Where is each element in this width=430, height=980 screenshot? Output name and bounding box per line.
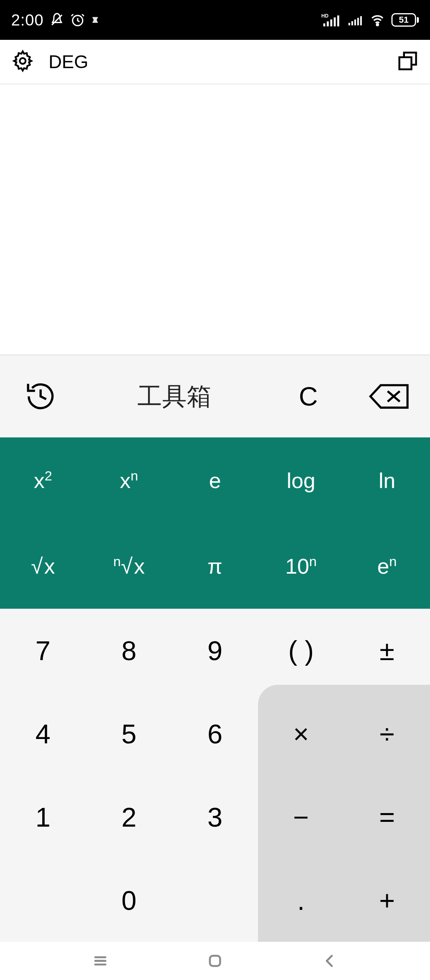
nav-recent-button[interactable] <box>86 947 115 975</box>
mute-icon <box>49 12 64 27</box>
key-x-squared[interactable]: x2 <box>0 437 86 523</box>
svg-point-13 <box>377 24 378 25</box>
key-nth-root[interactable]: n√ x <box>86 523 172 609</box>
key-x-power-n[interactable]: xn <box>86 437 172 523</box>
settings-button[interactable] <box>11 49 34 74</box>
backspace-button[interactable] <box>349 382 430 411</box>
backspace-icon <box>369 382 410 411</box>
key-blank-a <box>0 858 86 942</box>
key-plus[interactable]: + <box>344 858 430 942</box>
key-6[interactable]: 6 <box>172 692 258 775</box>
nav-home-button[interactable] <box>201 947 229 975</box>
key-9[interactable]: 9 <box>172 609 258 692</box>
svg-rect-7 <box>337 16 339 27</box>
svg-rect-22 <box>210 956 220 966</box>
angle-mode-label[interactable]: DEG <box>49 51 88 73</box>
alarm-icon <box>70 12 85 27</box>
svg-rect-3 <box>323 24 325 27</box>
status-time: 2:00 <box>11 11 44 29</box>
signal-hd-icon: HD <box>321 12 341 27</box>
menu-icon <box>92 952 109 970</box>
key-minus[interactable]: − <box>258 775 344 858</box>
svg-rect-8 <box>348 23 350 25</box>
calc-toolbar: 工具箱 C <box>0 355 430 437</box>
key-4[interactable]: 4 <box>0 692 86 775</box>
key-log[interactable]: log <box>258 437 344 523</box>
key-plus-minus[interactable]: ± <box>344 609 430 692</box>
key-blank-b <box>172 858 258 942</box>
app-indicator-icon <box>91 16 100 24</box>
status-bar: 2:00 HD <box>0 0 430 40</box>
chevron-left-icon <box>321 952 338 970</box>
toolbox-label: 工具箱 <box>137 380 211 413</box>
key-1[interactable]: 1 <box>0 775 86 858</box>
wifi-icon <box>369 13 386 27</box>
numeric-keypad: 7 8 9 ( ) ± 4 5 6 × ÷ 1 2 3 − = 0 . + <box>0 609 430 942</box>
key-multiply[interactable]: × <box>258 692 344 775</box>
key-3[interactable]: 3 <box>172 775 258 858</box>
key-decimal[interactable]: . <box>258 858 344 942</box>
key-8[interactable]: 8 <box>86 609 172 692</box>
copy-icon <box>397 50 419 72</box>
svg-rect-12 <box>360 16 362 25</box>
square-icon <box>206 952 224 970</box>
key-0[interactable]: 0 <box>86 858 172 942</box>
battery-icon: 51 <box>391 13 419 27</box>
history-icon <box>24 380 57 413</box>
key-7[interactable]: 7 <box>0 609 86 692</box>
clear-button[interactable]: C <box>268 381 349 412</box>
key-2[interactable]: 2 <box>86 775 172 858</box>
battery-percent: 51 <box>399 15 408 25</box>
toolbox-button[interactable]: 工具箱 <box>81 380 268 413</box>
system-nav-bar <box>0 942 430 980</box>
svg-point-14 <box>20 58 26 64</box>
svg-rect-11 <box>357 18 359 25</box>
key-e[interactable]: e <box>172 437 258 523</box>
key-10-power-n[interactable]: 10n <box>258 523 344 609</box>
key-e-power-n[interactable]: en <box>344 523 430 609</box>
svg-rect-6 <box>334 18 336 27</box>
svg-rect-4 <box>327 22 329 27</box>
gear-icon <box>11 49 34 73</box>
key-divide[interactable]: ÷ <box>344 692 430 775</box>
app-header: DEG <box>0 40 430 84</box>
svg-rect-16 <box>399 57 411 69</box>
svg-rect-9 <box>352 21 353 25</box>
calculator-display[interactable] <box>0 84 430 355</box>
signal-icon <box>347 13 364 27</box>
key-sqrt[interactable]: √ x <box>0 523 86 609</box>
scientific-keypad: x2 xn e log ln √ x n√ x π 10n en <box>0 437 430 609</box>
svg-rect-5 <box>330 20 332 27</box>
multi-window-button[interactable] <box>397 50 419 74</box>
nav-back-button[interactable] <box>315 947 344 975</box>
svg-text:HD: HD <box>321 13 328 19</box>
key-pi[interactable]: π <box>172 523 258 609</box>
key-equals[interactable]: = <box>344 775 430 858</box>
key-parentheses[interactable]: ( ) <box>258 609 344 692</box>
history-button[interactable] <box>0 380 81 413</box>
clear-label: C <box>299 381 318 412</box>
key-5[interactable]: 5 <box>86 692 172 775</box>
svg-rect-10 <box>354 20 356 25</box>
key-ln[interactable]: ln <box>344 437 430 523</box>
